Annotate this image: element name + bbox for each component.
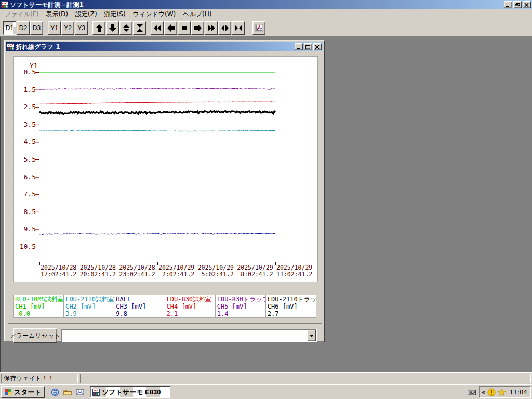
y-tick-label: 3.5 [15, 121, 36, 128]
legend-channel-label: CH5 [mV] [217, 303, 264, 310]
graph-window-titlebar: 折れ線グラフ 1 [6, 42, 323, 51]
restore-button[interactable] [513, 1, 522, 8]
menu-item-2[interactable]: 設定(Z) [72, 9, 101, 20]
compress-horizontal-icon [234, 24, 243, 32]
legend-channel-value: 1.4 [217, 310, 264, 317]
keyboard-icon[interactable] [468, 388, 477, 396]
graph-window-body: Y10.51.52.53.54.55.56.57.58.59.510.52025… [6, 51, 323, 340]
legend-device-name: RFD-10MS試料室 [15, 296, 62, 303]
task-button-softthermo[interactable]: ソフトサーモ E830 [90, 386, 170, 398]
toolbar-button-step-right[interactable] [191, 21, 204, 35]
toolbar-button-step-left[interactable] [164, 21, 177, 35]
ie-icon[interactable] [51, 388, 60, 396]
graph-maximize-button[interactable] [304, 43, 312, 50]
x-tick-label: 2025/10/2911:02:41.2 [276, 264, 312, 278]
legend-channel-value: -0.0 [15, 310, 62, 317]
x-tick-label: 2025/10/2817:02:41.2 [41, 264, 76, 278]
alarm-reset-button[interactable]: アラームリセット [13, 328, 57, 343]
graph-window: 折れ線グラフ 1 Y10.51.52.53.54.55.56.57.58.59.… [4, 40, 325, 342]
toolbar-button-y2[interactable]: Y2 [61, 21, 74, 35]
legend-device-name: HALL [116, 296, 163, 303]
taskbar: スタート ソフトサーモ E830 « 11:04 [0, 384, 532, 399]
stop-icon [180, 24, 189, 32]
y-tick-label: 5.5 [15, 156, 36, 163]
folder-icon[interactable] [63, 388, 72, 396]
toolbar-button-scroll-up[interactable] [92, 21, 105, 35]
minimize-button[interactable] [504, 1, 512, 8]
legend-device-name: FDU-830トラップ [217, 296, 264, 303]
legend-channel-label: CH6 [mV] [268, 303, 315, 310]
legend-channel-label: CH3 [mV] [116, 303, 163, 310]
main-titlebar: ソフトサーモ計測－計測1 [0, 0, 532, 9]
series-line-ch4 [39, 102, 275, 104]
legend-channel-value: 9.8 [116, 310, 163, 317]
star-icon[interactable] [498, 388, 506, 396]
menu-item-4[interactable]: ウィンドウ(W) [129, 9, 180, 20]
menu-item-0[interactable]: ファイル(F) [1, 9, 42, 20]
expand-vertical-icon [122, 24, 130, 32]
scroll-up-icon [95, 24, 103, 32]
y-tick-label: 1.5 [15, 86, 36, 94]
toolbar-button-d1[interactable]: D1 [3, 21, 16, 35]
toolbar-button-fast-forward[interactable] [205, 21, 218, 35]
mdi-client-area: 折れ線グラフ 1 Y10.51.52.53.54.55.56.57.58.59.… [0, 37, 532, 372]
toolbar-button-y3[interactable]: Y3 [75, 21, 88, 35]
toolbar-button-chart[interactable] [252, 21, 265, 35]
alarm-combobox[interactable] [61, 329, 317, 342]
folder-icon [63, 388, 72, 396]
y-tick-label: 0.5 [15, 69, 36, 76]
toolbar-button-stop[interactable] [178, 21, 191, 35]
x-tick-label: 2025/10/2823:02:41.2 [119, 264, 155, 278]
system-tray: « 11:04 [479, 386, 531, 398]
main-window: ソフトサーモ計測－計測1 ファイル(F)表示(D)設定(Z)測定(S)ウィンドウ… [0, 0, 532, 384]
taskbar-clock[interactable]: 11:04 [509, 389, 527, 396]
quick-launch-bar [51, 388, 85, 396]
task-button-label: ソフトサーモ E830 [102, 388, 161, 397]
legend-cell-ch5: FDU-830トラップCH5 [mV]1.4 [216, 295, 266, 317]
toolbar-button-expand-horizontal[interactable] [218, 21, 231, 35]
channel-legend: RFD-10MS試料室CH1 [mV]-0.0FDU-2110試料室CH2 [m… [13, 295, 316, 318]
y-tick-label: 10.5 [15, 243, 36, 250]
legend-channel-value: 3.9 [65, 310, 113, 317]
chevron-down-icon[interactable] [307, 330, 316, 341]
y-tick-label: 4.5 [15, 138, 36, 145]
legend-cell-ch2: FDU-2110試料室CH2 [mV]3.9 [64, 295, 114, 317]
toolbar-button-d3[interactable]: D3 [30, 21, 43, 35]
legend-channel-value: 2.7 [268, 310, 315, 317]
toolbar-button-rewind[interactable] [151, 21, 164, 35]
toolbar-button-compress-vertical[interactable] [133, 21, 146, 35]
chart-plot-area: Y10.51.52.53.54.55.56.57.58.59.510.52025… [13, 56, 318, 282]
y-tick-label: 7.5 [15, 191, 36, 198]
mail-icon[interactable] [76, 388, 85, 396]
x-tick-label: 2025/10/29 5:02:41.2 [198, 264, 234, 278]
toolbar-button-compress-horizontal[interactable] [232, 21, 245, 35]
alarm-combobox-value [61, 329, 307, 342]
step-right-icon [194, 24, 202, 32]
y-tick-label: 2.5 [15, 103, 36, 111]
close-button[interactable] [523, 1, 531, 8]
tray-chevron[interactable]: « [482, 389, 486, 396]
legend-channel-value: 2.1 [167, 310, 214, 317]
start-button[interactable]: スタート [1, 386, 45, 398]
toolbar-button-y1[interactable]: Y1 [48, 21, 61, 35]
shield-alert-icon[interactable] [487, 388, 496, 396]
toolbar-button-scroll-down[interactable] [106, 21, 119, 35]
graph-minimize-button[interactable] [295, 43, 303, 50]
series-line-ch6 [39, 111, 275, 114]
legend-device-name: FDU-2110トラップ [268, 296, 315, 303]
status-panel-secondary [80, 374, 531, 383]
legend-cell-ch4: FDU-830試料室CH4 [mV]2.1 [165, 295, 216, 317]
graph-window-icon [7, 43, 14, 50]
menu-item-3[interactable]: 測定(S) [101, 9, 129, 20]
menu-item-5[interactable]: ヘルプ(H) [179, 9, 215, 20]
fast-forward-icon [207, 24, 216, 32]
graph-window-title: 折れ線グラフ 1 [16, 43, 294, 51]
y-tick-label: 8.5 [15, 208, 36, 216]
menu-item-1[interactable]: 表示(D) [42, 9, 72, 20]
toolbar-button-expand-vertical[interactable] [119, 21, 132, 35]
expand-horizontal-icon [221, 24, 229, 32]
graph-close-button[interactable] [313, 43, 322, 50]
compress-vertical-icon [136, 24, 144, 32]
toolbar-button-d2[interactable]: D2 [17, 21, 30, 35]
chart-icon [255, 24, 263, 32]
